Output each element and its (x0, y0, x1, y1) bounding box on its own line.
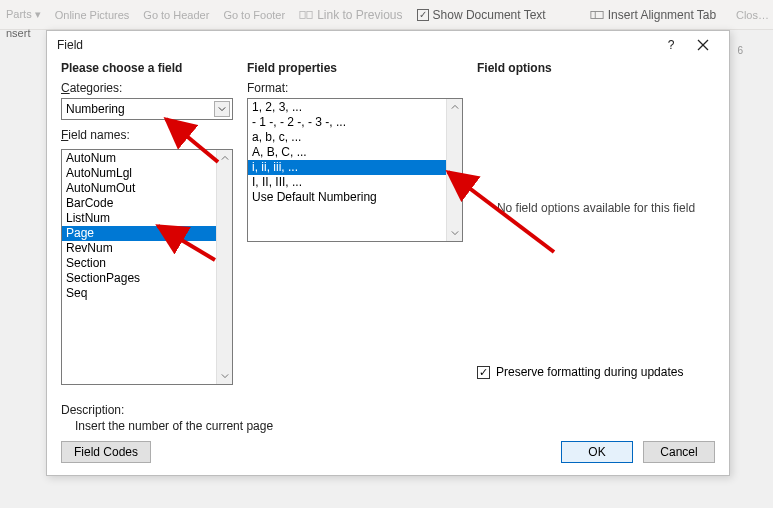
list-item[interactable]: Section (62, 256, 232, 271)
ribbon-footer: Go to Footer (223, 9, 285, 21)
cancel-button[interactable]: Cancel (643, 441, 715, 463)
ribbon-group-label: nsert (0, 25, 36, 41)
ribbon-pictures: Online Pictures (55, 9, 130, 21)
close-button[interactable] (687, 31, 719, 59)
checkmark-icon: ✓ (477, 366, 490, 379)
field-properties-column: Field properties Format: 1, 2, 3, ...- 1… (247, 59, 463, 397)
preserve-label: Preserve formatting during updates (496, 365, 683, 379)
list-item[interactable]: SectionPages (62, 271, 232, 286)
list-item[interactable]: AutoNum (62, 151, 232, 166)
no-options-message: No field options available for this fiel… (477, 201, 715, 215)
fieldnames-label: Field names: (61, 128, 233, 142)
ribbon-show-doc-text[interactable]: ✓ Show Document Text (417, 8, 546, 22)
svg-rect-1 (307, 11, 312, 18)
checkmark-icon: ✓ (417, 9, 429, 21)
choose-field-header: Please choose a field (61, 61, 233, 75)
list-item[interactable]: Use Default Numbering (248, 190, 462, 205)
ribbon-parts: Parts ▾ (6, 8, 41, 21)
list-item[interactable]: Page (62, 226, 232, 241)
titlebar: Field ? (47, 31, 729, 59)
list-item[interactable]: - 1 -, - 2 -, - 3 -, ... (248, 115, 462, 130)
field-codes-button[interactable]: Field Codes (61, 441, 151, 463)
scroll-up-icon[interactable] (447, 99, 463, 115)
scroll-up-icon[interactable] (217, 150, 233, 166)
ribbon-insert-align-tab[interactable]: Insert Alignment Tab (590, 8, 717, 22)
list-item[interactable]: A, B, C, ... (248, 145, 462, 160)
field-dialog: Field ? Please choose a field Categories… (46, 30, 730, 476)
list-item[interactable]: i, ii, iii, ... (248, 160, 462, 175)
categories-combo[interactable]: Numbering (61, 98, 233, 120)
list-item[interactable]: AutoNumLgl (62, 166, 232, 181)
format-listbox[interactable]: 1, 2, 3, ...- 1 -, - 2 -, - 3 -, ...a, b… (247, 98, 463, 242)
fieldnames-listbox[interactable]: AutoNumAutoNumLglAutoNumOutBarCodeListNu… (61, 149, 233, 385)
format-label: Format: (247, 81, 463, 95)
ribbon-link-previous: Link to Previous (299, 8, 402, 22)
description-label: Description: (61, 403, 715, 417)
field-options-column: Field options No field options available… (477, 59, 715, 397)
categories-value: Numbering (66, 102, 125, 116)
list-item[interactable]: RevNum (62, 241, 232, 256)
chevron-down-icon[interactable] (214, 101, 230, 117)
scrollbar[interactable] (216, 150, 232, 384)
ribbon: Parts ▾ Online Pictures Go to Header Go … (0, 0, 773, 30)
categories-label: Categories: (61, 81, 233, 95)
preserve-formatting-checkbox[interactable]: ✓ Preserve formatting during updates (477, 365, 715, 379)
scrollbar[interactable] (446, 99, 462, 241)
list-item[interactable]: Seq (62, 286, 232, 301)
list-item[interactable]: 1, 2, 3, ... (248, 100, 462, 115)
dialog-title: Field (57, 38, 655, 52)
ok-button[interactable]: OK (561, 441, 633, 463)
scroll-down-icon[interactable] (217, 368, 233, 384)
list-item[interactable]: AutoNumOut (62, 181, 232, 196)
scroll-down-icon[interactable] (447, 225, 463, 241)
ribbon-close: Clos… (736, 9, 769, 21)
list-item[interactable]: ListNum (62, 211, 232, 226)
svg-rect-2 (591, 11, 603, 18)
help-button[interactable]: ? (655, 31, 687, 59)
dialog-footer: Field Codes OK Cancel (61, 441, 715, 463)
svg-rect-0 (300, 11, 305, 18)
description-block: Description: Insert the number of the cu… (61, 403, 715, 433)
list-item[interactable]: a, b, c, ... (248, 130, 462, 145)
field-properties-header: Field properties (247, 61, 463, 75)
field-options-header: Field options (477, 61, 715, 75)
ribbon-header: Go to Header (143, 9, 209, 21)
list-item[interactable]: BarCode (62, 196, 232, 211)
list-item[interactable]: I, II, III, ... (248, 175, 462, 190)
choose-field-column: Please choose a field Categories: Number… (61, 59, 233, 397)
close-icon (697, 39, 709, 51)
ruler-tick: 6 (737, 45, 743, 56)
description-text: Insert the number of the current page (61, 419, 715, 433)
